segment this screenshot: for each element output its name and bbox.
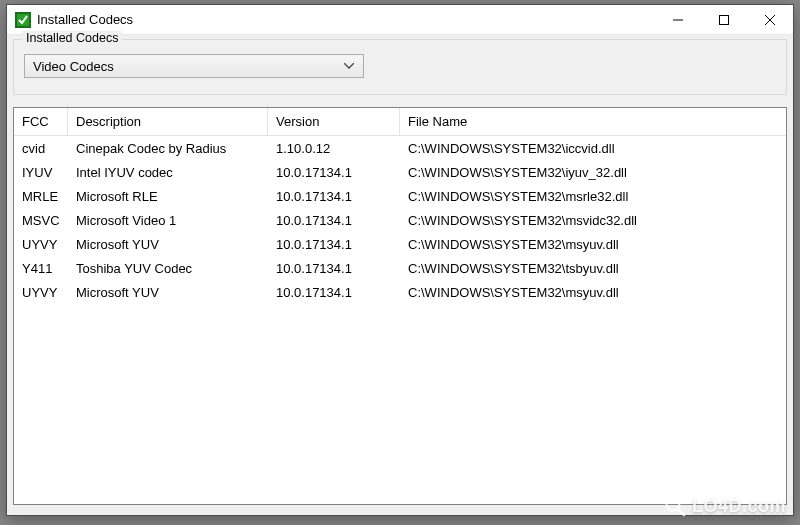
close-icon <box>765 15 775 25</box>
cell-filename: C:\WINDOWS\SYSTEM32\iyuv_32.dll <box>400 160 786 184</box>
cell-fcc: UYVY <box>14 232 68 256</box>
maximize-icon <box>719 15 729 25</box>
table-row[interactable]: MRLEMicrosoft RLE10.0.17134.1C:\WINDOWS\… <box>14 184 786 208</box>
minimize-button[interactable] <box>655 5 701 35</box>
table-row[interactable]: IYUVIntel IYUV codec10.0.17134.1C:\WINDO… <box>14 160 786 184</box>
cell-filename: C:\WINDOWS\SYSTEM32\iccvid.dll <box>400 136 786 160</box>
chevron-down-icon <box>341 63 357 69</box>
column-header-version[interactable]: Version <box>268 108 400 136</box>
cell-version: 10.0.17134.1 <box>268 184 400 208</box>
codecs-groupbox: Installed Codecs Video Codecs <box>13 39 787 95</box>
window-title: Installed Codecs <box>37 12 133 27</box>
cell-version: 10.0.17134.1 <box>268 256 400 280</box>
dropdown-selected-value: Video Codecs <box>33 59 341 74</box>
column-header-description[interactable]: Description <box>68 108 268 136</box>
cell-fcc: cvid <box>14 136 68 160</box>
table-row[interactable]: UYVYMicrosoft YUV10.0.17134.1C:\WINDOWS\… <box>14 280 786 304</box>
app-icon <box>15 12 31 28</box>
cell-version: 10.0.17134.1 <box>268 160 400 184</box>
cell-description: Microsoft Video 1 <box>68 208 268 232</box>
cell-description: Microsoft YUV <box>68 232 268 256</box>
cell-fcc: MRLE <box>14 184 68 208</box>
table-row[interactable]: Y411Toshiba YUV Codec10.0.17134.1C:\WIND… <box>14 256 786 280</box>
close-button[interactable] <box>747 5 793 35</box>
client-area: Installed Codecs Video Codecs FCC Descri… <box>7 35 793 515</box>
cell-description: Toshiba YUV Codec <box>68 256 268 280</box>
table-row[interactable]: MSVCMicrosoft Video 110.0.17134.1C:\WIND… <box>14 208 786 232</box>
groupbox-label: Installed Codecs <box>22 31 122 45</box>
cell-filename: C:\WINDOWS\SYSTEM32\msvidc32.dll <box>400 208 786 232</box>
cell-description: Intel IYUV codec <box>68 160 268 184</box>
svg-line-7 <box>678 509 684 515</box>
cell-filename: C:\WINDOWS\SYSTEM32\tsbyuv.dll <box>400 256 786 280</box>
column-header-fcc[interactable]: FCC <box>14 108 68 136</box>
cell-fcc: UYVY <box>14 280 68 304</box>
codec-type-dropdown[interactable]: Video Codecs <box>24 54 364 78</box>
rows-container: cvidCinepak Codec by Radius1.10.0.12C:\W… <box>14 136 786 304</box>
table-row[interactable]: UYVYMicrosoft YUV10.0.17134.1C:\WINDOWS\… <box>14 232 786 256</box>
cell-fcc: MSVC <box>14 208 68 232</box>
cell-fcc: IYUV <box>14 160 68 184</box>
cell-version: 10.0.17134.1 <box>268 232 400 256</box>
cell-description: Cinepak Codec by Radius <box>68 136 268 160</box>
watermark: LO4D.com <box>664 495 786 517</box>
svg-rect-3 <box>720 15 729 24</box>
cell-filename: C:\WINDOWS\SYSTEM32\msrle32.dll <box>400 184 786 208</box>
title-bar[interactable]: Installed Codecs <box>7 5 793 35</box>
table-row[interactable]: cvidCinepak Codec by Radius1.10.0.12C:\W… <box>14 136 786 160</box>
minimize-icon <box>673 15 683 25</box>
watermark-text: LO4D.com <box>692 496 786 517</box>
cell-version: 10.0.17134.1 <box>268 208 400 232</box>
cell-version: 10.0.17134.1 <box>268 280 400 304</box>
maximize-button[interactable] <box>701 5 747 35</box>
cell-version: 1.10.0.12 <box>268 136 400 160</box>
application-window: Installed Codecs Installed Codecs Video … <box>6 4 794 516</box>
cell-description: Microsoft YUV <box>68 280 268 304</box>
column-header-filename[interactable]: File Name <box>400 108 786 136</box>
cell-fcc: Y411 <box>14 256 68 280</box>
cell-description: Microsoft RLE <box>68 184 268 208</box>
magnifier-icon <box>664 495 686 517</box>
column-headers: FCC Description Version File Name <box>14 108 786 136</box>
cell-filename: C:\WINDOWS\SYSTEM32\msyuv.dll <box>400 232 786 256</box>
codec-list[interactable]: FCC Description Version File Name cvidCi… <box>13 107 787 505</box>
cell-filename: C:\WINDOWS\SYSTEM32\msyuv.dll <box>400 280 786 304</box>
